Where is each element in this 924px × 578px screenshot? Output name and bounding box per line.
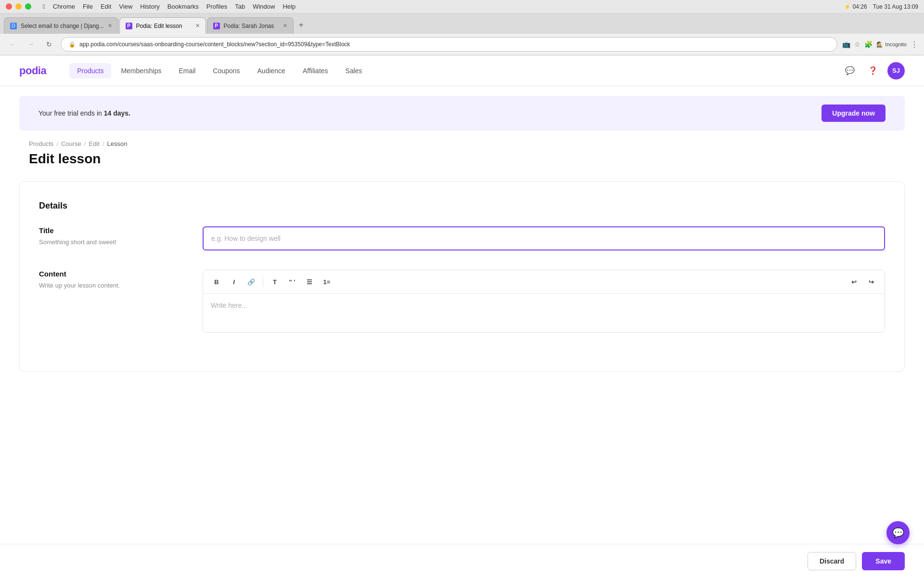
save-button[interactable]: Save [862,552,905,570]
content-input-col: B I 🔗 T " ' ☰ 1≡ ↩ ↪ Write here. [203,270,885,333]
chat-support-button[interactable]: 💬 [886,521,910,544]
bookmark-icon[interactable]: ☆ [854,40,860,48]
page-title: Edit lesson [0,151,924,181]
action-bar: Discard Save [0,544,924,578]
forward-button[interactable]: → [24,38,38,51]
tab-close-podia-edit[interactable]: ✕ [195,23,200,29]
tab-django[interactable]: D Select email to change | Djang... ✕ [4,17,118,34]
chat-icon-button[interactable]: 💬 [841,62,859,79]
apple-menu[interactable]:  [43,3,45,10]
toolbar-link-button[interactable]: 🔗 [244,274,259,289]
close-window-button[interactable] [6,3,12,10]
toolbar-undo-button[interactable]: ↩ [846,274,861,289]
nav-link-coupons[interactable]: Coupons [205,63,247,79]
editor-body[interactable]: Write here... [203,294,885,332]
tab-bar: D Select email to change | Djang... ✕ P … [0,13,924,34]
section-heading: Details [39,201,885,211]
new-tab-button[interactable]: + [295,18,308,32]
toolbar-redo-button[interactable]: ↪ [863,274,879,289]
help-menu[interactable]: Help [282,3,295,10]
window-menu[interactable]: Window [253,3,275,10]
trial-banner: Your free trial ends in 14 days. Upgrade… [19,96,905,131]
rich-text-editor[interactable]: B I 🔗 T " ' ☰ 1≡ ↩ ↪ Write here. [203,270,885,333]
nav-links: Products Memberships Email Coupons Audie… [69,63,841,79]
cast-icon[interactable]: 📺 [842,40,850,48]
refresh-button[interactable]: ↻ [42,38,56,51]
nav-link-affiliates[interactable]: Affiliates [295,63,336,79]
nav-link-memberships[interactable]: Memberships [113,63,169,79]
url-bar[interactable]: 🔒 app.podia.com/courses/saas-onboarding-… [61,37,837,52]
file-menu[interactable]: File [83,3,93,10]
help-icon-button[interactable]: ❓ [864,62,882,79]
bookmarks-menu[interactable]: Bookmarks [167,3,199,10]
content-description: Write up your lesson content. [39,281,183,290]
titlebar-right: ⚡ 04:26 Tue 31 Aug 13:09 [844,3,918,10]
tab-title-podia-edit: Podia: Edit lesson [136,23,182,29]
chrome-menu[interactable]: Chrome [53,3,75,10]
breadcrumb-edit[interactable]: Edit [89,140,99,147]
extensions-icon[interactable]: 🧩 [864,40,873,48]
incognito-icon: 🕵 [876,41,883,48]
title-description: Something short and sweet! [39,237,183,247]
titlebar-menu:  Chrome File Edit View History Bookmark… [43,3,295,10]
more-options-icon[interactable]: ⋮ [911,40,918,49]
upgrade-button[interactable]: Upgrade now [821,105,886,122]
nav-link-products[interactable]: Products [69,63,111,79]
toolbar-italic-button[interactable]: I [226,274,242,289]
tab-menu[interactable]: Tab [235,3,245,10]
nav-link-email[interactable]: Email [171,63,203,79]
nav-link-sales[interactable]: Sales [338,63,370,79]
breadcrumb-lesson: Lesson [107,140,128,147]
tab-title-django: Select email to change | Djang... [21,23,104,29]
title-input-col [203,226,885,250]
tab-podia-sarah[interactable]: P Podia: Sarah Jonas ✕ [207,17,294,34]
title-label: Title [39,226,183,235]
tab-favicon-sarah: P [213,23,220,29]
content-label: Content [39,270,183,278]
battery-icon: ⚡ 04:26 [844,3,867,10]
editor-toolbar: B I 🔗 T " ' ☰ 1≡ ↩ ↪ [203,270,885,294]
logo[interactable]: podia [19,65,46,77]
nav-right: 💬 ❓ SJ [841,62,905,79]
breadcrumb: Products / Course / Edit / Lesson [0,140,924,147]
tab-podia-edit[interactable]: P Podia: Edit lesson ✕ [119,17,206,34]
breadcrumb-sep-3: / [103,140,104,147]
tab-favicon-chrome: D [10,23,17,29]
browser-chrome: D Select email to change | Djang... ✕ P … [0,13,924,55]
tab-close-sarah[interactable]: ✕ [283,23,287,29]
content-form-row: Content Write up your lesson content. B … [39,270,885,333]
title-input[interactable] [203,226,885,250]
nav-link-audience[interactable]: Audience [250,63,293,79]
back-button[interactable]: ← [6,38,19,51]
view-menu[interactable]: View [119,3,132,10]
history-menu[interactable]: History [140,3,159,10]
toolbar-heading-button[interactable]: T [267,274,282,289]
details-card: Details Title Something short and sweet!… [19,181,905,372]
titlebar:  Chrome File Edit View History Bookmark… [0,0,924,13]
edit-menu[interactable]: Edit [101,3,111,10]
toolbar-bold-button[interactable]: B [209,274,224,289]
incognito-badge: 🕵 Incognito [876,41,907,48]
breadcrumb-course[interactable]: Course [61,140,81,147]
title-form-row: Title Something short and sweet! [39,226,885,250]
address-bar: ← → ↻ 🔒 app.podia.com/courses/saas-onboa… [0,34,924,55]
toolbar-unordered-list-button[interactable]: ☰ [302,274,317,289]
discard-button[interactable]: Discard [808,552,856,570]
tab-close-django[interactable]: ✕ [108,23,112,29]
traffic-lights[interactable] [6,3,31,10]
breadcrumb-sep-2: / [84,140,86,147]
toolbar-blockquote-button[interactable]: " ' [284,274,300,289]
toolbar-ordered-list-button[interactable]: 1≡ [319,274,334,289]
profiles-menu[interactable]: Profiles [206,3,227,10]
incognito-label: Incognito [885,41,907,47]
breadcrumb-sep-1: / [56,140,58,147]
maximize-window-button[interactable] [25,3,31,10]
app-content: podia Products Memberships Email Coupons… [0,55,924,578]
top-nav: podia Products Memberships Email Coupons… [0,55,924,86]
lock-icon: 🔒 [69,41,76,48]
trial-prefix: Your free trial ends in [38,109,104,117]
user-avatar[interactable]: SJ [887,62,905,79]
minimize-window-button[interactable] [15,3,22,10]
breadcrumb-products[interactable]: Products [29,140,53,147]
title-label-col: Title Something short and sweet! [39,226,183,247]
